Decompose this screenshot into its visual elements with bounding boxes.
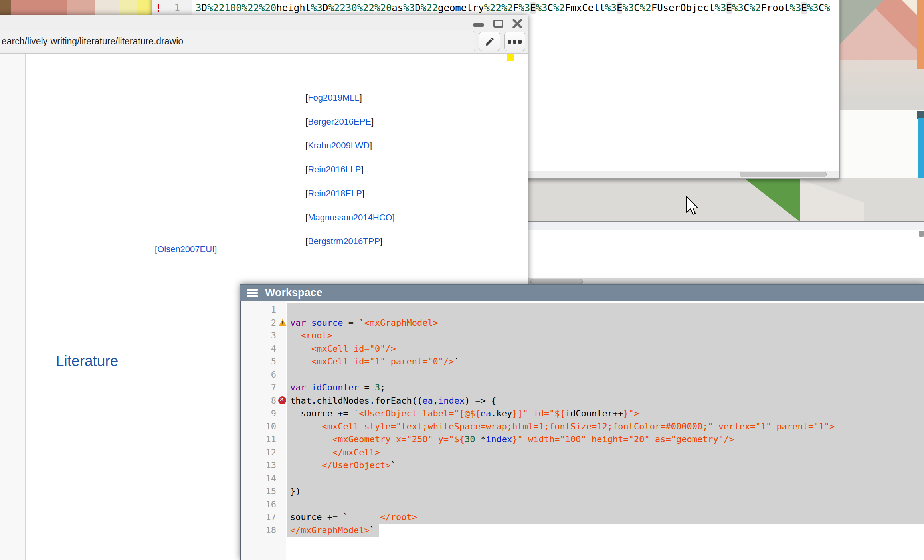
gutter-line-number: 8 (241, 394, 276, 407)
code-line[interactable]: var source = `<mxGraphModel> (290, 316, 438, 329)
code-line[interactable]: <root> (290, 329, 332, 342)
gutter-line-number: 13 (241, 459, 276, 472)
gutter-line-number: 2 (241, 316, 276, 329)
code-line[interactable]: source += `<UserObject label="[@${ea.key… (290, 407, 639, 420)
gutter-line-number: 14 (241, 472, 276, 485)
code-line[interactable]: var idCounter = 3; (290, 381, 385, 394)
code-line[interactable]: that.childNodes.forEach((ea,index) => { (290, 394, 497, 407)
gutter-line-number: 9 (241, 407, 276, 420)
code-line[interactable]: <mxCell id="0"/> (290, 342, 396, 355)
workspace-code-lines: 12var source = `<mxGraphModel>3 <root>4 … (0, 0, 924, 560)
code-line[interactable]: </mxGraphModel>` (290, 524, 375, 537)
gutter-line-number: 5 (241, 355, 276, 368)
error-icon[interactable] (278, 396, 286, 404)
gutter-line-number: 12 (241, 446, 276, 459)
gutter-line-number: 3 (241, 329, 276, 342)
code-line[interactable]: <mxGeometry x="250" y="${30 *index}" wid… (290, 433, 734, 446)
gutter-line-number: 15 (241, 485, 276, 498)
gutter-line-number: 18 (241, 524, 276, 537)
desktop: ! 1 3D%22100%22%20height%3D%2230%22%20as… (0, 0, 924, 560)
gutter-line-number: 7 (241, 381, 276, 394)
warning-icon[interactable] (279, 319, 287, 326)
mouse-cursor-icon (686, 196, 700, 217)
gutter-line-number: 11 (241, 433, 276, 446)
code-line[interactable]: </mxCell> (290, 446, 380, 459)
gutter-line-number: 6 (241, 368, 276, 381)
gutter-line-number: 10 (241, 420, 276, 433)
workspace-window: Workspace 12var source = `<mxGraphModel>… (0, 0, 924, 560)
code-line[interactable]: </UserObject>` (290, 459, 396, 472)
code-line[interactable]: }) (290, 485, 301, 498)
gutter-line-number: 17 (241, 511, 276, 524)
gutter-line-number: 4 (241, 342, 276, 355)
code-line[interactable]: source += ` </root> (290, 511, 417, 524)
gutter-line-number: 16 (241, 498, 276, 511)
code-line[interactable]: <mxCell id="1" parent="0"/>` (290, 355, 459, 368)
gutter-line-number: 1 (241, 303, 276, 316)
code-line[interactable]: <mxCell style="text;whiteSpace=wrap;html… (290, 420, 835, 433)
